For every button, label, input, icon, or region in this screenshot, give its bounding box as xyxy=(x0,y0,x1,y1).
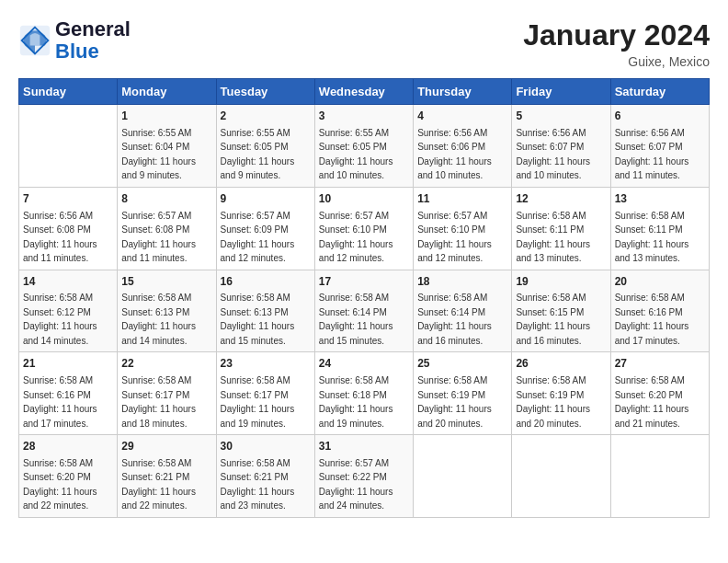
day-info: Sunrise: 6:58 AMSunset: 6:11 PMDaylight:… xyxy=(615,211,689,264)
calendar-week-4: 21Sunrise: 6:58 AMSunset: 6:16 PMDayligh… xyxy=(19,352,710,435)
day-number: 9 xyxy=(221,191,311,207)
calendar-cell xyxy=(414,435,512,518)
logo-icon xyxy=(18,24,51,57)
calendar-cell: 16Sunrise: 6:58 AMSunset: 6:13 PMDayligh… xyxy=(216,270,314,352)
calendar-table: SundayMondayTuesdayWednesdayThursdayFrid… xyxy=(18,78,710,518)
logo-text: General Blue xyxy=(55,18,131,63)
day-info: Sunrise: 6:58 AMSunset: 6:18 PMDaylight:… xyxy=(319,375,393,429)
day-number: 16 xyxy=(221,274,311,290)
calendar-cell: 31Sunrise: 6:57 AMSunset: 6:22 PMDayligh… xyxy=(314,435,413,518)
day-number: 18 xyxy=(417,274,507,290)
header-day-monday: Monday xyxy=(118,79,216,105)
day-info: Sunrise: 6:55 AMSunset: 6:05 PMDaylight:… xyxy=(319,128,393,181)
calendar-cell: 14Sunrise: 6:58 AMSunset: 6:12 PMDayligh… xyxy=(19,270,118,352)
day-info: Sunrise: 6:57 AMSunset: 6:08 PMDaylight:… xyxy=(121,211,196,264)
calendar-cell: 6Sunrise: 6:56 AMSunset: 6:07 PMDaylight… xyxy=(610,105,709,188)
calendar-cell xyxy=(610,435,709,518)
day-number: 13 xyxy=(615,191,705,207)
day-number: 11 xyxy=(417,191,507,207)
day-info: Sunrise: 6:58 AMSunset: 6:12 PMDaylight:… xyxy=(23,293,97,346)
day-number: 26 xyxy=(516,356,606,372)
header-day-tuesday: Tuesday xyxy=(216,79,314,105)
day-number: 7 xyxy=(23,191,113,207)
day-number: 25 xyxy=(417,356,507,372)
day-info: Sunrise: 6:58 AMSunset: 6:13 PMDaylight:… xyxy=(121,293,196,346)
day-info: Sunrise: 6:58 AMSunset: 6:15 PMDaylight:… xyxy=(516,293,590,346)
day-number: 14 xyxy=(23,274,113,290)
calendar-cell: 25Sunrise: 6:58 AMSunset: 6:19 PMDayligh… xyxy=(414,352,512,435)
day-number: 8 xyxy=(121,191,211,207)
calendar-cell: 9Sunrise: 6:57 AMSunset: 6:09 PMDaylight… xyxy=(216,187,314,270)
day-number: 19 xyxy=(516,274,606,290)
calendar-cell: 8Sunrise: 6:57 AMSunset: 6:08 PMDaylight… xyxy=(118,187,216,270)
calendar-cell xyxy=(512,435,610,518)
day-number: 23 xyxy=(221,356,311,372)
calendar-cell: 19Sunrise: 6:58 AMSunset: 6:15 PMDayligh… xyxy=(512,270,610,352)
day-info: Sunrise: 6:55 AMSunset: 6:04 PMDaylight:… xyxy=(121,128,196,181)
calendar-week-2: 7Sunrise: 6:56 AMSunset: 6:08 PMDaylight… xyxy=(19,187,710,270)
day-number: 1 xyxy=(121,109,211,124)
header-day-thursday: Thursday xyxy=(414,79,512,105)
day-number: 28 xyxy=(23,439,113,454)
calendar-cell: 15Sunrise: 6:58 AMSunset: 6:13 PMDayligh… xyxy=(118,270,216,352)
day-number: 31 xyxy=(319,439,409,454)
calendar-cell: 20Sunrise: 6:58 AMSunset: 6:16 PMDayligh… xyxy=(610,270,709,352)
day-number: 17 xyxy=(319,274,409,290)
day-info: Sunrise: 6:58 AMSunset: 6:21 PMDaylight:… xyxy=(221,458,295,511)
title-block: January 2024 Guixe, Mexico xyxy=(523,18,710,69)
calendar-cell: 29Sunrise: 6:58 AMSunset: 6:21 PMDayligh… xyxy=(118,435,216,518)
calendar-cell: 24Sunrise: 6:58 AMSunset: 6:18 PMDayligh… xyxy=(314,352,413,435)
day-info: Sunrise: 6:58 AMSunset: 6:19 PMDaylight:… xyxy=(516,375,590,429)
calendar-cell: 28Sunrise: 6:58 AMSunset: 6:20 PMDayligh… xyxy=(19,435,118,518)
day-info: Sunrise: 6:58 AMSunset: 6:17 PMDaylight:… xyxy=(121,375,196,429)
day-info: Sunrise: 6:58 AMSunset: 6:16 PMDaylight:… xyxy=(615,293,689,346)
day-number: 21 xyxy=(23,356,113,372)
header-day-friday: Friday xyxy=(512,79,610,105)
calendar-cell: 7Sunrise: 6:56 AMSunset: 6:08 PMDaylight… xyxy=(19,187,118,270)
month-title: January 2024 xyxy=(523,18,710,52)
header-day-saturday: Saturday xyxy=(610,79,709,105)
day-info: Sunrise: 6:58 AMSunset: 6:16 PMDaylight:… xyxy=(23,375,97,429)
day-info: Sunrise: 6:57 AMSunset: 6:10 PMDaylight:… xyxy=(319,211,393,264)
calendar-cell: 4Sunrise: 6:56 AMSunset: 6:06 PMDaylight… xyxy=(414,105,512,188)
day-info: Sunrise: 6:58 AMSunset: 6:17 PMDaylight:… xyxy=(221,375,295,429)
day-info: Sunrise: 6:56 AMSunset: 6:07 PMDaylight:… xyxy=(516,128,590,181)
day-info: Sunrise: 6:57 AMSunset: 6:10 PMDaylight:… xyxy=(417,211,492,264)
calendar-cell xyxy=(19,105,118,188)
calendar-cell: 3Sunrise: 6:55 AMSunset: 6:05 PMDaylight… xyxy=(314,105,413,188)
day-number: 27 xyxy=(615,356,705,372)
day-info: Sunrise: 6:58 AMSunset: 6:14 PMDaylight:… xyxy=(417,293,492,346)
day-info: Sunrise: 6:58 AMSunset: 6:20 PMDaylight:… xyxy=(615,375,689,429)
day-info: Sunrise: 6:58 AMSunset: 6:19 PMDaylight:… xyxy=(417,375,492,429)
calendar-cell: 21Sunrise: 6:58 AMSunset: 6:16 PMDayligh… xyxy=(19,352,118,435)
day-info: Sunrise: 6:57 AMSunset: 6:22 PMDaylight:… xyxy=(319,458,393,511)
day-info: Sunrise: 6:58 AMSunset: 6:20 PMDaylight:… xyxy=(23,458,97,511)
calendar-cell: 22Sunrise: 6:58 AMSunset: 6:17 PMDayligh… xyxy=(118,352,216,435)
day-number: 12 xyxy=(516,191,606,207)
day-info: Sunrise: 6:55 AMSunset: 6:05 PMDaylight:… xyxy=(221,128,295,181)
day-info: Sunrise: 6:58 AMSunset: 6:13 PMDaylight:… xyxy=(221,293,295,346)
day-number: 24 xyxy=(319,356,409,372)
calendar-week-5: 28Sunrise: 6:58 AMSunset: 6:20 PMDayligh… xyxy=(19,435,710,518)
calendar-cell: 23Sunrise: 6:58 AMSunset: 6:17 PMDayligh… xyxy=(216,352,314,435)
day-number: 20 xyxy=(615,274,705,290)
day-info: Sunrise: 6:56 AMSunset: 6:06 PMDaylight:… xyxy=(417,128,492,181)
calendar-week-1: 1Sunrise: 6:55 AMSunset: 6:04 PMDaylight… xyxy=(19,105,710,188)
day-number: 3 xyxy=(319,109,409,124)
day-info: Sunrise: 6:58 AMSunset: 6:11 PMDaylight:… xyxy=(516,211,590,264)
calendar-cell: 12Sunrise: 6:58 AMSunset: 6:11 PMDayligh… xyxy=(512,187,610,270)
day-info: Sunrise: 6:56 AMSunset: 6:07 PMDaylight:… xyxy=(615,128,689,181)
calendar-cell: 13Sunrise: 6:58 AMSunset: 6:11 PMDayligh… xyxy=(610,187,709,270)
day-number: 30 xyxy=(221,439,311,454)
calendar-cell: 18Sunrise: 6:58 AMSunset: 6:14 PMDayligh… xyxy=(414,270,512,352)
header-day-wednesday: Wednesday xyxy=(314,79,413,105)
day-info: Sunrise: 6:58 AMSunset: 6:14 PMDaylight:… xyxy=(319,293,393,346)
day-info: Sunrise: 6:58 AMSunset: 6:21 PMDaylight:… xyxy=(121,458,196,511)
day-number: 29 xyxy=(121,439,211,454)
day-number: 15 xyxy=(121,274,211,290)
day-number: 22 xyxy=(121,356,211,372)
day-number: 10 xyxy=(319,191,409,207)
day-info: Sunrise: 6:57 AMSunset: 6:09 PMDaylight:… xyxy=(221,211,295,264)
calendar-cell: 27Sunrise: 6:58 AMSunset: 6:20 PMDayligh… xyxy=(610,352,709,435)
day-info: Sunrise: 6:56 AMSunset: 6:08 PMDaylight:… xyxy=(23,211,97,264)
